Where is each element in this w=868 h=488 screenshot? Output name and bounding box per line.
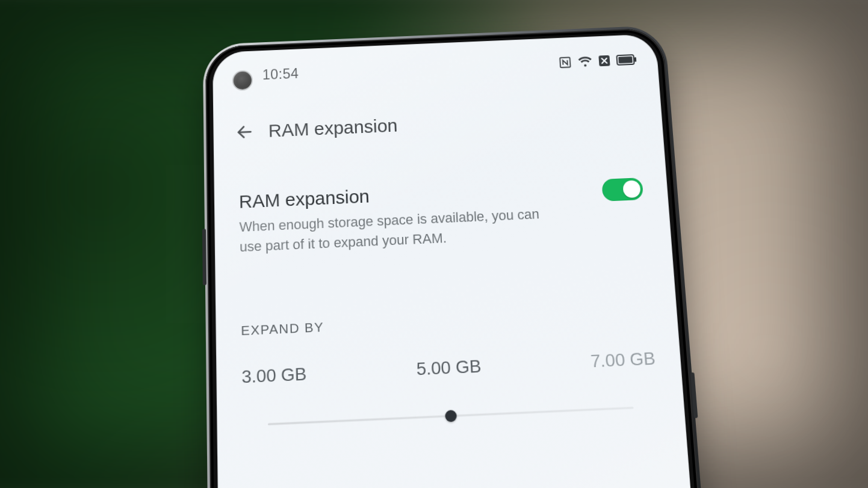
volume-button <box>202 229 206 285</box>
expand-option-3gb[interactable]: 3.00 GB <box>241 364 307 388</box>
svg-rect-3 <box>634 57 637 61</box>
expand-option-7gb[interactable]: 7.00 GB <box>590 348 656 372</box>
status-time: 10:54 <box>262 66 299 83</box>
battery-icon <box>616 54 637 65</box>
phone-mockup: 10:54 <box>205 28 708 488</box>
slider-handle[interactable] <box>445 410 457 422</box>
ram-expansion-toggle[interactable] <box>601 178 643 202</box>
status-icons <box>558 52 637 69</box>
svg-rect-4 <box>618 56 633 63</box>
toggle-knob <box>622 180 641 198</box>
expand-slider[interactable] <box>243 399 660 433</box>
nfc-icon <box>558 55 572 69</box>
phone-screen: 10:54 <box>212 34 700 488</box>
phone-frame: 10:54 <box>205 28 708 488</box>
arrow-left-icon <box>235 123 254 141</box>
signal-off-icon <box>598 54 610 67</box>
svg-line-5 <box>238 132 250 132</box>
app-header: RAM expansion <box>213 103 662 143</box>
back-button[interactable] <box>234 122 255 143</box>
ram-expansion-row: RAM expansion When enough storage space … <box>214 173 671 258</box>
setting-text: RAM expansion When enough storage space … <box>239 178 563 257</box>
wifi-icon <box>577 55 592 68</box>
setting-description: When enough storage space is available, … <box>239 203 562 257</box>
status-bar: 10:54 <box>212 50 658 85</box>
expand-options: 3.00 GB 5.00 GB 7.00 GB <box>216 347 681 389</box>
expand-by-label: EXPAND BY <box>241 320 324 339</box>
expand-option-5gb[interactable]: 5.00 GB <box>416 356 482 380</box>
page-title: RAM expansion <box>268 115 398 141</box>
